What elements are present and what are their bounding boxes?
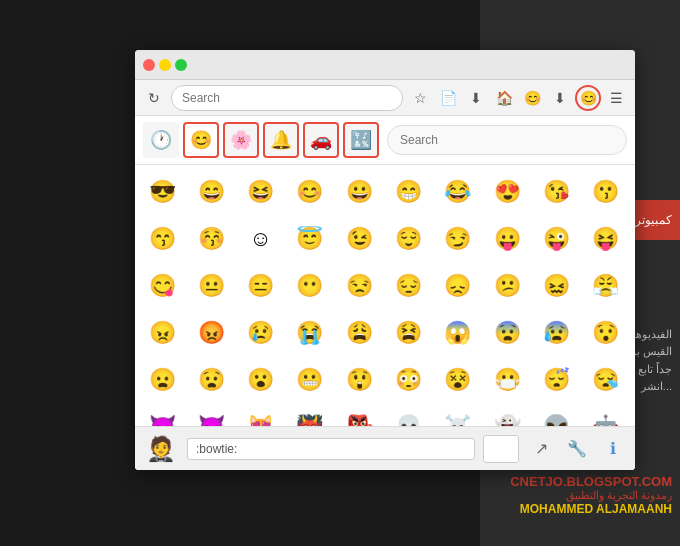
footer-color-box xyxy=(483,435,519,463)
emoji-cell[interactable]: 😎 xyxy=(139,169,185,215)
emoji-cell[interactable]: 😔 xyxy=(385,263,431,309)
emoji-cell[interactable]: 😦 xyxy=(139,357,185,403)
emoji-cell[interactable]: 😚 xyxy=(188,216,234,262)
emoji-cell[interactable]: 🤖 xyxy=(583,404,629,426)
emoji-cell[interactable]: 👹 xyxy=(287,404,333,426)
tab-nature[interactable]: 🌸 xyxy=(223,122,259,158)
browser-titlebar xyxy=(135,50,635,80)
menu-button[interactable]: ☰ xyxy=(603,85,629,111)
emoji-cell[interactable]: 😨 xyxy=(484,310,530,356)
emoji-cell[interactable]: 😡 xyxy=(188,310,234,356)
footer-info-button[interactable]: ℹ xyxy=(599,435,627,463)
emoji-cell[interactable]: 😘 xyxy=(533,169,579,215)
emoji-cell[interactable]: 😍 xyxy=(484,169,530,215)
emoji-search-input[interactable] xyxy=(387,125,627,155)
emoji-cell[interactable]: 👺 xyxy=(336,404,382,426)
tab-travel[interactable]: 🚗 xyxy=(303,122,339,158)
close-button[interactable] xyxy=(143,59,155,71)
emoji-cell[interactable]: 😠 xyxy=(139,310,185,356)
emoji-cell[interactable]: 😌 xyxy=(385,216,431,262)
emoji-cell[interactable]: 😳 xyxy=(385,357,431,403)
emoji-cell[interactable]: 😝 xyxy=(583,216,629,262)
emoji-cell[interactable]: 😶 xyxy=(287,263,333,309)
emoji-cell[interactable]: 😄 xyxy=(188,169,234,215)
download-button[interactable]: ⬇ xyxy=(463,85,489,111)
browser-window: ↻ ☆ 📄 ⬇ 🏠 😊 ⬇ 😊 ☰ 🕐 😊 🌸 🔔 🚗 🔣 😎😄 xyxy=(135,50,635,470)
emoji-cell[interactable]: 😋 xyxy=(139,263,185,309)
emoji-cell[interactable]: 😙 xyxy=(139,216,185,262)
window-controls xyxy=(143,59,187,71)
emoji-cell[interactable]: 😵 xyxy=(435,357,481,403)
emoji-cell[interactable]: 😴 xyxy=(533,357,579,403)
tab-objects[interactable]: 🔔 xyxy=(263,122,299,158)
tab-recent[interactable]: 🕐 xyxy=(143,122,179,158)
emoji-picker: 🕐 😊 🌸 🔔 🚗 🔣 😎😄😆😊😀😁😂😍😘😗😙😚☺️😇😉😌😏😛😜😝😋😐😑😶😒😔😞… xyxy=(135,116,635,470)
tab-smileys[interactable]: 😊 xyxy=(183,122,219,158)
emoji-cell[interactable]: 😑 xyxy=(238,263,284,309)
toolbar-icons: ☆ 📄 ⬇ 🏠 😊 ⬇ 😊 ☰ xyxy=(407,85,629,111)
browser-toolbar: ↻ ☆ 📄 ⬇ 🏠 😊 ⬇ 😊 ☰ xyxy=(135,80,635,116)
emoji-cell[interactable]: 😞 xyxy=(435,263,481,309)
footer-share-button[interactable]: ↗ xyxy=(527,435,555,463)
emoji-cell[interactable]: 😀 xyxy=(336,169,382,215)
home-button[interactable]: 🏠 xyxy=(491,85,517,111)
emoji-cell[interactable]: 💀 xyxy=(385,404,431,426)
star-button[interactable]: ☆ xyxy=(407,85,433,111)
emoji-cell[interactable]: 😢 xyxy=(238,310,284,356)
watermark-author: MOHAMMED ALJAMAANH xyxy=(510,502,672,516)
emoji-grid: 😎😄😆😊😀😁😂😍😘😗😙😚☺️😇😉😌😏😛😜😝😋😐😑😶😒😔😞😕😖😤😠😡😢😭😩😫😱😨😰… xyxy=(139,169,631,426)
emoji-cell[interactable]: 😛 xyxy=(484,216,530,262)
emoji-cell[interactable]: 👿 xyxy=(188,404,234,426)
emoji-cell[interactable]: 😉 xyxy=(336,216,382,262)
emoji-cell[interactable]: ☠️ xyxy=(435,404,481,426)
emoji-cell[interactable]: 😇 xyxy=(287,216,333,262)
emoji-cell[interactable]: 😲 xyxy=(336,357,382,403)
emoji-cell[interactable]: 😬 xyxy=(287,357,333,403)
emoji-cell[interactable]: 😱 xyxy=(435,310,481,356)
pocket-button[interactable]: ⬇ xyxy=(547,85,573,111)
emoji-cell[interactable]: 😰 xyxy=(533,310,579,356)
emoji-cell[interactable]: 😩 xyxy=(336,310,382,356)
emoji-cell[interactable]: 😒 xyxy=(336,263,382,309)
emoji-cell[interactable]: 😖 xyxy=(533,263,579,309)
emoji-cell[interactable]: 😐 xyxy=(188,263,234,309)
watermark-site: CNETJO.BLOGSPOT.COM xyxy=(510,474,672,489)
emoji-cell[interactable]: 😁 xyxy=(385,169,431,215)
tab-symbols[interactable]: 🔣 xyxy=(343,122,379,158)
emoji-cell[interactable]: 😗 xyxy=(583,169,629,215)
footer-preview-emoji: 🤵 xyxy=(143,431,179,467)
emoji-cell[interactable]: 😏 xyxy=(435,216,481,262)
footer-name-input[interactable] xyxy=(187,438,475,460)
addon-button[interactable]: 😊 xyxy=(575,85,601,111)
emoji-cell[interactable]: 😻 xyxy=(238,404,284,426)
emoji-cell[interactable]: 😜 xyxy=(533,216,579,262)
emoji-cell[interactable]: ☺️ xyxy=(238,216,284,262)
emoji-cell[interactable]: 😫 xyxy=(385,310,431,356)
emoji-cell[interactable]: 😯 xyxy=(583,310,629,356)
emoji-cell[interactable]: 😧 xyxy=(188,357,234,403)
emoji-cell[interactable]: 😤 xyxy=(583,263,629,309)
maximize-button[interactable] xyxy=(175,59,187,71)
emoji-footer: 🤵 ↗ 🔧 ℹ xyxy=(135,426,635,470)
footer-settings-button[interactable]: 🔧 xyxy=(563,435,591,463)
watermark: CNETJO.BLOGSPOT.COM رمدونة التجرية والتط… xyxy=(510,474,672,516)
emoji-cell[interactable]: 😷 xyxy=(484,357,530,403)
emoji-cell[interactable]: 😈 xyxy=(139,404,185,426)
refresh-button[interactable]: ↻ xyxy=(141,85,167,111)
emoji-cell[interactable]: 👻 xyxy=(484,404,530,426)
emoji-cell[interactable]: 😪 xyxy=(583,357,629,403)
emoji-button[interactable]: 😊 xyxy=(519,85,545,111)
emoji-cell[interactable]: 😂 xyxy=(435,169,481,215)
minimize-button[interactable] xyxy=(159,59,171,71)
emoji-cell[interactable]: 😕 xyxy=(484,263,530,309)
reader-button[interactable]: 📄 xyxy=(435,85,461,111)
address-bar[interactable] xyxy=(171,85,403,111)
emoji-cell[interactable]: 😆 xyxy=(238,169,284,215)
emoji-cell[interactable]: 😊 xyxy=(287,169,333,215)
emoji-tabs: 🕐 😊 🌸 🔔 🚗 🔣 xyxy=(135,116,635,165)
emoji-cell[interactable]: 👽 xyxy=(533,404,579,426)
emoji-grid-container[interactable]: 😎😄😆😊😀😁😂😍😘😗😙😚☺️😇😉😌😏😛😜😝😋😐😑😶😒😔😞😕😖😤😠😡😢😭😩😫😱😨😰… xyxy=(135,165,635,426)
emoji-cell[interactable]: 😭 xyxy=(287,310,333,356)
watermark-subtitle: رمدونة التجرية والتطبيق xyxy=(510,489,672,502)
emoji-cell[interactable]: 😮 xyxy=(238,357,284,403)
